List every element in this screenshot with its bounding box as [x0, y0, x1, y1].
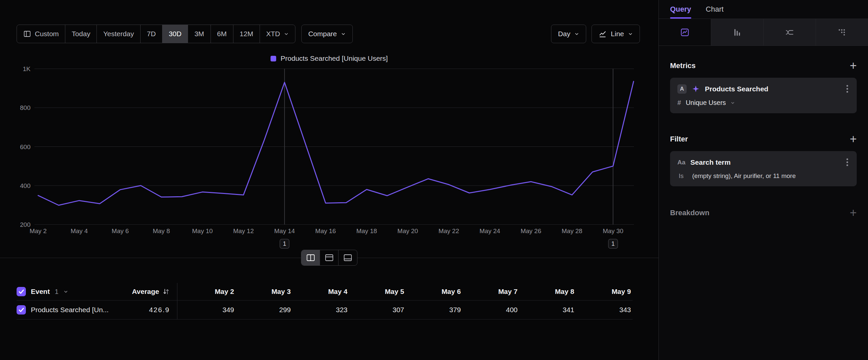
date-header-cell[interactable]: May 4: [291, 287, 347, 296]
filter-condition-row[interactable]: Is (empty string), Air purifier, or 11 m…: [677, 172, 849, 180]
add-filter-button[interactable]: +: [850, 135, 857, 144]
svg-text:May 22: May 22: [438, 227, 459, 234]
row-event-cell: Products Searched [Un...: [17, 305, 112, 314]
date-header-cell[interactable]: May 5: [347, 287, 404, 296]
average-header-cell[interactable]: Average: [112, 283, 177, 300]
row-average-value: 426.9: [149, 306, 170, 314]
string-type-icon: Aa: [677, 159, 685, 166]
table-row[interactable]: Products Searched [Un... 426.9 349 299 3…: [17, 300, 632, 320]
metric-menu-button[interactable]: [845, 84, 849, 94]
svg-text:May 2: May 2: [30, 227, 47, 234]
select-all-checkbox[interactable]: [17, 287, 26, 296]
chevron-down-icon: [731, 101, 735, 105]
split-vertical-icon: [306, 254, 315, 261]
range-3m-button[interactable]: 3M: [188, 25, 211, 43]
legend-swatch: [271, 56, 276, 61]
interval-select[interactable]: Day: [551, 25, 586, 43]
date-header-cell[interactable]: May 3: [234, 287, 291, 296]
date-range-group: Custom Today Yesterday 7D 30D 3M 6M 12M …: [17, 25, 296, 43]
metric-card-header: A Products Searched: [677, 84, 849, 94]
svg-text:May 10: May 10: [192, 227, 213, 234]
filter-title: Filter: [670, 135, 688, 143]
range-30d-button[interactable]: 30D: [162, 25, 188, 43]
chart-type-select[interactable]: Line: [591, 25, 640, 43]
insights-icon: [680, 28, 689, 37]
event-header-cell: Event 1: [17, 287, 112, 296]
svg-text:800: 800: [20, 104, 31, 111]
svg-text:May 30: May 30: [603, 227, 623, 234]
bottom-panel-icon: [343, 254, 352, 261]
funnels-icon: [733, 28, 742, 37]
compare-button[interactable]: Compare: [301, 25, 353, 43]
date-header-cell[interactable]: May 9: [574, 287, 631, 296]
view-split-button[interactable]: [301, 250, 320, 265]
icon-tab-flows[interactable]: [764, 19, 816, 46]
chart-legend: Products Searched [Unique Users]: [0, 54, 658, 62]
svg-text:May 26: May 26: [521, 227, 541, 234]
event-count: 1: [55, 288, 58, 296]
svg-text:May 4: May 4: [71, 227, 88, 234]
range-yesterday-button[interactable]: Yesterday: [97, 25, 141, 43]
svg-text:200: 200: [20, 221, 31, 228]
row-value-cell: 343: [574, 306, 631, 314]
svg-text:May 18: May 18: [356, 227, 377, 234]
date-header-cell[interactable]: May 8: [518, 287, 574, 296]
svg-text:1: 1: [283, 241, 286, 247]
range-xtd-button[interactable]: XTD: [260, 25, 295, 43]
row-value-cell: 299: [234, 306, 291, 314]
metrics-title: Metrics: [670, 61, 695, 70]
date-header-cell[interactable]: May 6: [404, 287, 461, 296]
row-value-cell: 400: [461, 306, 518, 314]
sort-icon[interactable]: [162, 288, 170, 295]
svg-text:May 28: May 28: [562, 227, 582, 234]
icon-tab-retention[interactable]: [816, 19, 868, 46]
svg-text:May 16: May 16: [315, 227, 336, 234]
toolbar-right: Day Line: [551, 25, 640, 43]
tab-query[interactable]: Query: [670, 0, 691, 19]
icon-tab-insights[interactable]: [659, 19, 711, 46]
range-7d-button[interactable]: 7D: [141, 25, 162, 43]
line-chart[interactable]: 2004006008001K11May 2May 4May 6May 8May …: [0, 65, 642, 251]
toolbar: Custom Today Yesterday 7D 30D 3M 6M 12M …: [17, 25, 640, 43]
sidebar-tabs: Query Chart: [659, 0, 868, 19]
svg-text:May 24: May 24: [479, 227, 500, 234]
event-sparkle-icon: [692, 85, 700, 93]
row-average-cell: 426.9: [112, 301, 177, 319]
range-custom-button[interactable]: Custom: [17, 25, 65, 43]
date-header-cell[interactable]: May 2: [177, 287, 234, 296]
range-6m-button[interactable]: 6M: [211, 25, 234, 43]
svg-text:400: 400: [20, 182, 31, 189]
icon-tab-funnels[interactable]: [711, 19, 764, 46]
row-value-cell: 341: [518, 306, 574, 314]
svg-text:1: 1: [611, 241, 615, 247]
chevron-down-icon: [284, 32, 289, 36]
metric-name: Products Searched: [705, 85, 768, 93]
date-header-cell[interactable]: May 7: [461, 287, 518, 296]
range-12m-button[interactable]: 12M: [234, 25, 260, 43]
custom-date-icon: [23, 30, 31, 38]
filter-menu-button[interactable]: [845, 157, 849, 167]
add-metric-button[interactable]: +: [850, 61, 857, 71]
chevron-down-icon[interactable]: [63, 289, 68, 294]
view-chart-only-button[interactable]: [320, 250, 339, 265]
svg-text:May 14: May 14: [274, 227, 295, 234]
row-event-name: Products Searched [Un...: [31, 306, 109, 314]
filter-card-header: Aa Search term: [677, 157, 849, 167]
svg-text:May 8: May 8: [153, 227, 170, 234]
row-checkbox[interactable]: [17, 305, 26, 314]
aggregation-label: Unique Users: [686, 99, 726, 107]
legend-label: Products Searched [Unique Users]: [280, 54, 388, 62]
metric-card[interactable]: A Products Searched # Unique Users: [670, 78, 857, 113]
filter-card[interactable]: Aa Search term Is (empty string), Air pu…: [670, 151, 857, 186]
metric-aggregation-row[interactable]: # Unique Users: [677, 99, 849, 107]
add-breakdown-button[interactable]: +: [850, 208, 857, 218]
range-today-button[interactable]: Today: [65, 25, 97, 43]
data-table: Event 1 Average May 2 May 3 May 4 May 5 …: [17, 283, 632, 320]
chevron-down-icon: [574, 32, 579, 36]
main-panel: Custom Today Yesterday 7D 30D 3M 6M 12M …: [0, 0, 658, 360]
number-type-icon: #: [677, 99, 681, 107]
row-value-cell: 307: [347, 306, 404, 314]
tab-chart[interactable]: Chart: [706, 0, 724, 19]
view-table-only-button[interactable]: [339, 250, 357, 265]
flows-icon: [785, 28, 794, 37]
